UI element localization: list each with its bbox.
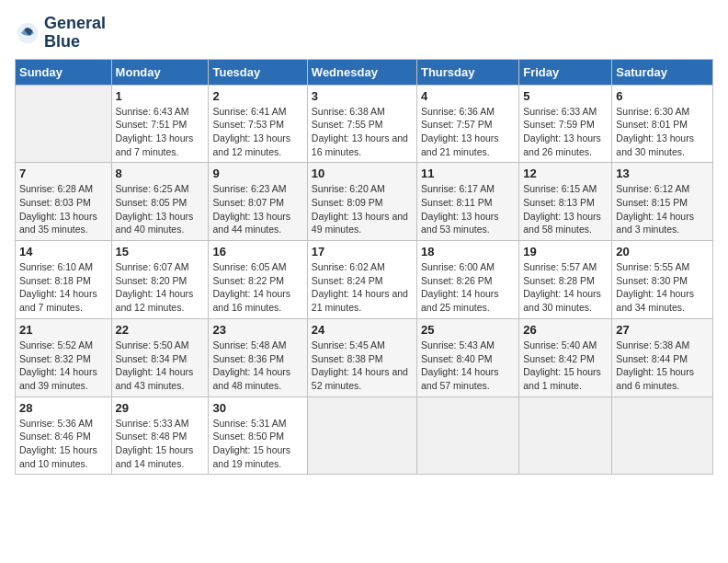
day-info: Sunrise: 6:33 AMSunset: 7:59 PMDaylight:… bbox=[523, 105, 608, 159]
calendar-cell: 3Sunrise: 6:38 AMSunset: 7:55 PMDaylight… bbox=[307, 85, 416, 163]
day-number: 10 bbox=[312, 167, 413, 180]
week-row-3: 14Sunrise: 6:10 AMSunset: 8:18 PMDayligh… bbox=[16, 241, 713, 319]
day-info: Sunrise: 6:41 AMSunset: 7:53 PMDaylight:… bbox=[212, 105, 302, 159]
calendar-cell: 6Sunrise: 6:30 AMSunset: 8:01 PMDaylight… bbox=[612, 85, 713, 163]
calendar-cell: 18Sunrise: 6:00 AMSunset: 8:26 PMDayligh… bbox=[416, 241, 518, 319]
day-info: Sunrise: 5:43 AMSunset: 8:40 PMDaylight:… bbox=[421, 339, 515, 393]
day-number: 26 bbox=[523, 323, 608, 337]
day-info: Sunrise: 5:40 AMSunset: 8:42 PMDaylight:… bbox=[523, 339, 608, 393]
day-number: 5 bbox=[523, 89, 608, 103]
calendar-cell: 12Sunrise: 6:15 AMSunset: 8:13 PMDayligh… bbox=[519, 163, 612, 241]
week-row-1: 1Sunrise: 6:43 AMSunset: 7:51 PMDaylight… bbox=[16, 85, 713, 163]
day-number: 3 bbox=[312, 89, 413, 103]
week-row-5: 28Sunrise: 5:36 AMSunset: 8:46 PMDayligh… bbox=[16, 396, 713, 475]
calendar-cell: 10Sunrise: 6:20 AMSunset: 8:09 PMDayligh… bbox=[307, 163, 416, 241]
day-number: 8 bbox=[116, 167, 205, 180]
day-number: 2 bbox=[212, 89, 302, 103]
calendar-cell: 27Sunrise: 5:38 AMSunset: 8:44 PMDayligh… bbox=[612, 318, 713, 396]
calendar-cell: 15Sunrise: 6:07 AMSunset: 8:20 PMDayligh… bbox=[111, 241, 209, 319]
calendar-cell: 2Sunrise: 6:41 AMSunset: 7:53 PMDaylight… bbox=[209, 85, 307, 163]
calendar-cell: 7Sunrise: 6:28 AMSunset: 8:03 PMDaylight… bbox=[16, 163, 112, 241]
calendar-cell: 9Sunrise: 6:23 AMSunset: 8:07 PMDaylight… bbox=[209, 163, 307, 241]
day-info: Sunrise: 6:36 AMSunset: 7:57 PMDaylight:… bbox=[421, 105, 515, 159]
column-header-thursday: Thursday bbox=[416, 59, 518, 85]
day-info: Sunrise: 6:43 AMSunset: 7:51 PMDaylight:… bbox=[116, 105, 205, 159]
day-info: Sunrise: 5:52 AMSunset: 8:32 PMDaylight:… bbox=[19, 339, 108, 393]
column-header-sunday: Sunday bbox=[16, 59, 112, 85]
day-info: Sunrise: 6:25 AMSunset: 8:05 PMDaylight:… bbox=[116, 182, 205, 236]
calendar-cell: 4Sunrise: 6:36 AMSunset: 7:57 PMDaylight… bbox=[416, 85, 518, 163]
day-number: 20 bbox=[616, 245, 709, 259]
day-number: 14 bbox=[19, 245, 108, 259]
day-info: Sunrise: 5:45 AMSunset: 8:38 PMDaylight:… bbox=[312, 339, 413, 393]
day-info: Sunrise: 6:07 AMSunset: 8:20 PMDaylight:… bbox=[116, 260, 205, 315]
calendar-cell: 1Sunrise: 6:43 AMSunset: 7:51 PMDaylight… bbox=[111, 85, 209, 163]
day-number: 28 bbox=[19, 401, 108, 415]
calendar-cell: 8Sunrise: 6:25 AMSunset: 8:05 PMDaylight… bbox=[111, 163, 209, 241]
calendar-cell: 30Sunrise: 5:31 AMSunset: 8:50 PMDayligh… bbox=[209, 396, 307, 475]
calendar-table: SundayMondayTuesdayWednesdayThursdayFrid… bbox=[15, 59, 713, 476]
calendar-cell: 5Sunrise: 6:33 AMSunset: 7:59 PMDaylight… bbox=[519, 85, 612, 163]
calendar-cell bbox=[416, 396, 518, 475]
calendar-cell: 25Sunrise: 5:43 AMSunset: 8:40 PMDayligh… bbox=[416, 318, 518, 396]
calendar-cell: 16Sunrise: 6:05 AMSunset: 8:22 PMDayligh… bbox=[209, 241, 307, 319]
day-info: Sunrise: 6:38 AMSunset: 7:55 PMDaylight:… bbox=[312, 105, 413, 159]
day-info: Sunrise: 6:12 AMSunset: 8:15 PMDaylight:… bbox=[616, 182, 709, 236]
day-info: Sunrise: 5:48 AMSunset: 8:36 PMDaylight:… bbox=[212, 339, 302, 393]
day-info: Sunrise: 6:23 AMSunset: 8:07 PMDaylight:… bbox=[212, 182, 302, 236]
day-number: 11 bbox=[421, 167, 515, 180]
page-header: General Blue bbox=[15, 15, 713, 52]
day-number: 13 bbox=[616, 167, 709, 180]
calendar-cell: 11Sunrise: 6:17 AMSunset: 8:11 PMDayligh… bbox=[416, 163, 518, 241]
day-number: 17 bbox=[312, 245, 413, 259]
day-number: 30 bbox=[212, 401, 302, 415]
calendar-cell: 22Sunrise: 5:50 AMSunset: 8:34 PMDayligh… bbox=[111, 318, 209, 396]
calendar-cell: 21Sunrise: 5:52 AMSunset: 8:32 PMDayligh… bbox=[16, 318, 112, 396]
day-info: Sunrise: 5:50 AMSunset: 8:34 PMDaylight:… bbox=[116, 339, 205, 393]
calendar-cell bbox=[519, 396, 612, 475]
day-number: 25 bbox=[421, 323, 515, 337]
day-info: Sunrise: 5:57 AMSunset: 8:28 PMDaylight:… bbox=[523, 260, 608, 315]
day-info: Sunrise: 6:15 AMSunset: 8:13 PMDaylight:… bbox=[523, 182, 608, 236]
calendar-cell: 24Sunrise: 5:45 AMSunset: 8:38 PMDayligh… bbox=[307, 318, 416, 396]
day-number: 4 bbox=[421, 89, 515, 103]
week-row-4: 21Sunrise: 5:52 AMSunset: 8:32 PMDayligh… bbox=[16, 318, 713, 396]
calendar-cell: 14Sunrise: 6:10 AMSunset: 8:18 PMDayligh… bbox=[16, 241, 112, 319]
calendar-header-row: SundayMondayTuesdayWednesdayThursdayFrid… bbox=[16, 59, 713, 85]
day-number: 9 bbox=[212, 167, 302, 180]
calendar-cell: 28Sunrise: 5:36 AMSunset: 8:46 PMDayligh… bbox=[16, 396, 112, 475]
day-number: 22 bbox=[116, 323, 205, 337]
logo-text: General Blue bbox=[44, 15, 106, 52]
day-info: Sunrise: 6:30 AMSunset: 8:01 PMDaylight:… bbox=[616, 105, 709, 159]
day-info: Sunrise: 6:10 AMSunset: 8:18 PMDaylight:… bbox=[19, 260, 108, 315]
logo: General Blue bbox=[15, 15, 106, 52]
calendar-cell: 17Sunrise: 6:02 AMSunset: 8:24 PMDayligh… bbox=[307, 241, 416, 319]
day-number: 24 bbox=[312, 323, 413, 337]
day-number: 23 bbox=[212, 323, 302, 337]
day-number: 16 bbox=[212, 245, 302, 259]
calendar-body: 1Sunrise: 6:43 AMSunset: 7:51 PMDaylight… bbox=[16, 85, 713, 475]
day-info: Sunrise: 6:17 AMSunset: 8:11 PMDaylight:… bbox=[421, 182, 515, 236]
calendar-cell: 19Sunrise: 5:57 AMSunset: 8:28 PMDayligh… bbox=[519, 241, 612, 319]
calendar-cell bbox=[307, 396, 416, 475]
day-number: 21 bbox=[19, 323, 108, 337]
day-number: 27 bbox=[616, 323, 709, 337]
week-row-2: 7Sunrise: 6:28 AMSunset: 8:03 PMDaylight… bbox=[16, 163, 713, 241]
day-number: 7 bbox=[19, 167, 108, 180]
column-header-wednesday: Wednesday bbox=[307, 59, 416, 85]
column-header-monday: Monday bbox=[111, 59, 209, 85]
day-info: Sunrise: 5:31 AMSunset: 8:50 PMDaylight:… bbox=[212, 417, 302, 471]
day-number: 19 bbox=[523, 245, 608, 259]
calendar-cell bbox=[612, 396, 713, 475]
calendar-cell: 20Sunrise: 5:55 AMSunset: 8:30 PMDayligh… bbox=[612, 241, 713, 319]
day-number: 12 bbox=[523, 167, 608, 180]
day-info: Sunrise: 6:00 AMSunset: 8:26 PMDaylight:… bbox=[421, 260, 515, 315]
day-info: Sunrise: 5:38 AMSunset: 8:44 PMDaylight:… bbox=[616, 339, 709, 393]
column-header-saturday: Saturday bbox=[612, 59, 713, 85]
day-info: Sunrise: 6:02 AMSunset: 8:24 PMDaylight:… bbox=[312, 260, 413, 315]
calendar-cell: 23Sunrise: 5:48 AMSunset: 8:36 PMDayligh… bbox=[209, 318, 307, 396]
day-info: Sunrise: 6:05 AMSunset: 8:22 PMDaylight:… bbox=[212, 260, 302, 315]
calendar-cell: 26Sunrise: 5:40 AMSunset: 8:42 PMDayligh… bbox=[519, 318, 612, 396]
day-info: Sunrise: 5:55 AMSunset: 8:30 PMDaylight:… bbox=[616, 260, 709, 315]
calendar-cell bbox=[16, 85, 112, 163]
